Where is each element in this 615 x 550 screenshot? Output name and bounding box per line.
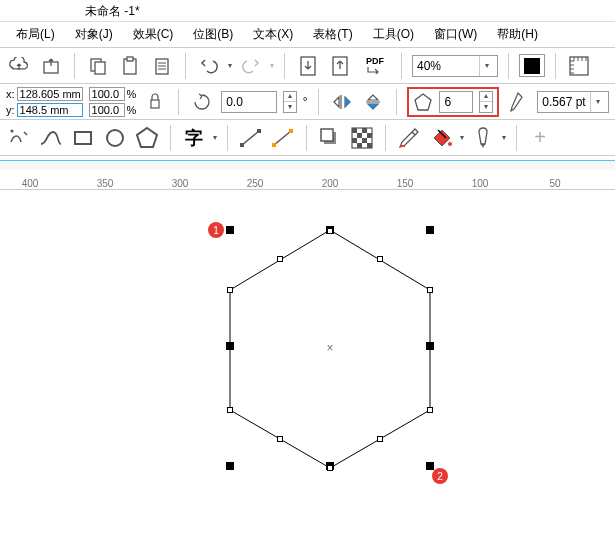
menu-tool[interactable]: 工具(O) — [369, 24, 418, 45]
menu-bitmap[interactable]: 位图(B) — [189, 24, 237, 45]
paste-icon[interactable] — [117, 53, 143, 79]
stroke-width-input[interactable] — [538, 92, 590, 112]
node-handle[interactable] — [377, 436, 383, 442]
add-tool-icon[interactable]: + — [527, 125, 553, 151]
separator — [185, 53, 186, 79]
rotation-spinner[interactable]: ▴ ▾ — [283, 91, 297, 113]
separator — [178, 89, 179, 115]
selection-handle[interactable] — [426, 462, 434, 470]
dimension-tool-icon[interactable] — [238, 125, 264, 151]
fill-tool-icon[interactable] — [428, 125, 454, 151]
selection-handle[interactable] — [426, 226, 434, 234]
ellipse-tool-icon[interactable] — [102, 125, 128, 151]
node-handle[interactable] — [427, 287, 433, 293]
separator — [385, 125, 386, 151]
svg-rect-16 — [257, 129, 261, 133]
horizontal-ruler[interactable]: 400 350 300 250 200 150 100 50 — [0, 170, 615, 190]
width-input[interactable] — [18, 88, 82, 100]
eyedropper-tool-icon[interactable] — [396, 125, 422, 151]
menu-object[interactable]: 对象(J) — [71, 24, 117, 45]
spinner-up[interactable]: ▴ — [480, 92, 492, 102]
freehand-tool-icon[interactable] — [6, 125, 32, 151]
chevron-down-icon[interactable]: ▾ — [479, 56, 493, 76]
toolbar-main: ▾ ▾ PDF ▾ — [0, 48, 615, 84]
scale-x-input[interactable] — [90, 88, 124, 100]
canvas[interactable]: × 1 2 — [0, 190, 615, 540]
node-handle[interactable] — [427, 407, 433, 413]
redo-dropdown[interactable]: ▾ — [270, 62, 274, 70]
node-handle[interactable] — [377, 256, 383, 262]
ruler-label: 250 — [247, 178, 264, 189]
svg-rect-15 — [240, 143, 244, 147]
menu-help[interactable]: 帮助(H) — [493, 24, 542, 45]
selection-handle[interactable] — [226, 462, 234, 470]
flip-horizontal-icon[interactable] — [329, 89, 355, 115]
menu-layout[interactable]: 布局(L) — [12, 24, 59, 45]
pen-outline-icon[interactable] — [470, 125, 496, 151]
node-handle[interactable] — [277, 256, 283, 262]
node-handle[interactable] — [327, 228, 333, 234]
export-page-icon[interactable] — [327, 53, 353, 79]
selection-handle[interactable] — [426, 342, 434, 350]
rectangle-tool-icon[interactable] — [70, 125, 96, 151]
height-input[interactable] — [18, 104, 82, 116]
selection-handle[interactable] — [226, 342, 234, 350]
scale-y-input[interactable] — [90, 104, 124, 116]
text-dropdown[interactable]: ▾ — [213, 134, 217, 142]
redo-icon[interactable] — [238, 53, 264, 79]
selection-handle[interactable] — [226, 226, 234, 234]
import-icon[interactable] — [295, 53, 321, 79]
undo-icon[interactable] — [196, 53, 222, 79]
node-handle[interactable] — [227, 407, 233, 413]
clipboard-list-icon[interactable] — [149, 53, 175, 79]
separator — [396, 89, 397, 115]
outline-pen-icon[interactable] — [505, 89, 531, 115]
chevron-down-icon[interactable]: ▾ — [590, 92, 604, 112]
pdf-export-icon[interactable]: PDF — [359, 53, 391, 79]
ruler-label: 150 — [397, 178, 414, 189]
svg-rect-30 — [400, 145, 405, 147]
smooth-curve-icon[interactable] — [38, 125, 64, 151]
sides-input[interactable] — [440, 92, 470, 112]
ruler-icon[interactable] — [566, 53, 592, 79]
spinner-down[interactable]: ▾ — [284, 102, 296, 112]
menu-effect[interactable]: 效果(C) — [129, 24, 178, 45]
node-handle[interactable] — [227, 287, 233, 293]
spinner-down[interactable]: ▾ — [480, 102, 492, 112]
undo-dropdown[interactable]: ▾ — [228, 62, 232, 70]
node-handle[interactable] — [277, 436, 283, 442]
polygon-tool-icon[interactable] — [134, 125, 160, 151]
pen-dropdown[interactable]: ▾ — [502, 134, 506, 142]
export-icon[interactable] — [38, 53, 64, 79]
rotate-icon[interactable] — [189, 89, 215, 115]
connector-tool-icon[interactable] — [270, 125, 296, 151]
degree-label: ° — [303, 95, 308, 109]
sides-spinner[interactable]: ▴ ▾ — [479, 91, 493, 113]
svg-marker-10 — [415, 94, 431, 110]
flip-vertical-icon[interactable] — [361, 89, 387, 115]
separator — [508, 53, 509, 79]
spinner-up[interactable]: ▴ — [284, 92, 296, 102]
drop-shadow-icon[interactable] — [317, 125, 343, 151]
annotation-badge-1: 1 — [208, 222, 224, 238]
sides-field[interactable] — [439, 91, 473, 113]
rotation-field[interactable] — [221, 91, 277, 113]
menu-window[interactable]: 窗口(W) — [430, 24, 481, 45]
y-label: y: — [6, 104, 15, 116]
cloud-upload-icon[interactable] — [6, 53, 32, 79]
stroke-width-combo[interactable]: ▾ — [537, 91, 609, 113]
separator — [306, 125, 307, 151]
rotation-input[interactable] — [222, 92, 274, 112]
zoom-value[interactable] — [413, 56, 479, 76]
node-handle[interactable] — [327, 465, 333, 471]
menu-text[interactable]: 文本(X) — [249, 24, 297, 45]
copy-icon[interactable] — [85, 53, 111, 79]
transparency-tool-icon[interactable] — [349, 125, 375, 151]
fill-swatch[interactable] — [519, 54, 545, 77]
zoom-combo[interactable]: ▾ — [412, 55, 498, 77]
text-tool-icon[interactable]: 字 — [181, 125, 207, 151]
menu-table[interactable]: 表格(T) — [309, 24, 356, 45]
fill-dropdown[interactable]: ▾ — [460, 134, 464, 142]
lock-ratio-icon[interactable] — [142, 89, 168, 115]
document-title: 未命名 -1* — [85, 4, 140, 18]
